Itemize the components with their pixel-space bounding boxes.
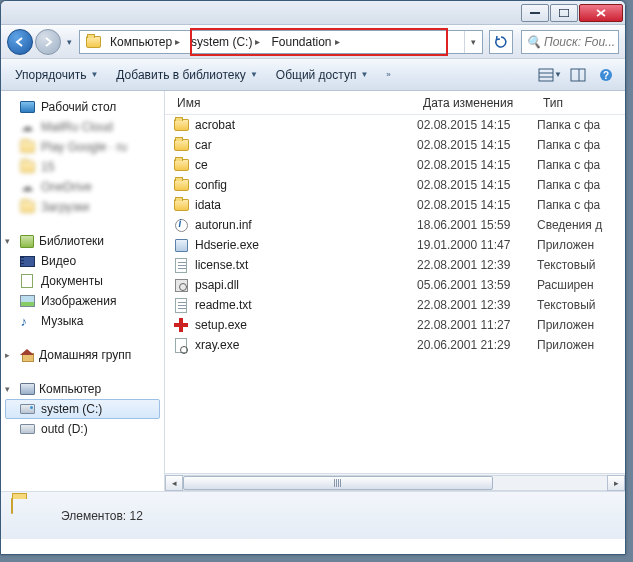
column-date[interactable]: Дата изменения: [417, 91, 537, 114]
file-type: Папка с фа: [537, 198, 600, 212]
file-row[interactable]: acrobat02.08.2015 14:15Папка с фа: [165, 115, 625, 135]
file-row[interactable]: ce02.08.2015 14:15Папка с фа: [165, 155, 625, 175]
scroll-track[interactable]: [183, 475, 607, 491]
column-type[interactable]: Тип: [537, 91, 625, 114]
toolbar: Упорядочить▼ Добавить в библиотеку▼ Общи…: [1, 59, 625, 91]
file-row[interactable]: car02.08.2015 14:15Папка с фа: [165, 135, 625, 155]
file-type: Расширен: [537, 278, 594, 292]
scroll-left-button[interactable]: ◂: [165, 475, 183, 491]
crumb-drive[interactable]: system (C:)▸: [187, 31, 267, 53]
file-row[interactable]: xray.exe20.06.2001 21:29Приложен: [165, 335, 625, 355]
maximize-button[interactable]: [550, 4, 578, 22]
sidebar-item[interactable]: Загрузки: [1, 197, 164, 217]
sidebar-head-computer[interactable]: ▾Компьютер: [1, 379, 164, 399]
desktop-icon: [19, 99, 35, 115]
chevron-down-icon: ▾: [5, 384, 15, 394]
search-box[interactable]: 🔍: [521, 30, 619, 54]
sidebar-item-images[interactable]: Изображения: [1, 291, 164, 311]
sidebar-head-libraries[interactable]: ▾Библиотеки: [1, 231, 164, 251]
sidebar-item-label: Компьютер: [39, 382, 101, 396]
forward-button[interactable]: [35, 29, 61, 55]
file-row[interactable]: config02.08.2015 14:15Папка с фа: [165, 175, 625, 195]
crumb-label: system (C:): [191, 35, 252, 49]
sidebar-item-label: Play Google · ru: [41, 140, 127, 154]
sidebar-item[interactable]: 15: [1, 157, 164, 177]
folder-icon: [19, 159, 35, 175]
toolbtn-label: Упорядочить: [15, 68, 86, 82]
column-label: Имя: [177, 96, 200, 110]
chevron-right-icon: »: [386, 70, 390, 79]
sidebar-item[interactable]: Play Google · ru: [1, 137, 164, 157]
refresh-button[interactable]: [489, 30, 513, 54]
file-row[interactable]: Hdserie.exe19.01.2000 11:47Приложен: [165, 235, 625, 255]
file-date: 02.08.2015 14:15: [417, 178, 537, 192]
folder-icon: [173, 197, 189, 213]
scroll-right-button[interactable]: ▸: [607, 475, 625, 491]
sidebar-item-video[interactable]: Видео: [1, 251, 164, 271]
file-row[interactable]: autorun.inf18.06.2001 15:59Сведения д: [165, 215, 625, 235]
sidebar-item-label: Документы: [41, 274, 103, 288]
file-date: 18.06.2001 15:59: [417, 218, 537, 232]
file-date: 02.08.2015 14:15: [417, 138, 537, 152]
minimize-button[interactable]: [521, 4, 549, 22]
file-date: 02.08.2015 14:15: [417, 158, 537, 172]
sidebar-item[interactable]: ☁OneDrive: [1, 177, 164, 197]
file-date: 22.08.2001 12:39: [417, 298, 537, 312]
view-button[interactable]: ▼: [537, 64, 563, 86]
file-row[interactable]: psapi.dll05.06.2001 13:59Расширен: [165, 275, 625, 295]
sidebar-head-homegroup[interactable]: ▸Домашняя групп: [1, 345, 164, 365]
sidebar-item-documents[interactable]: Документы: [1, 271, 164, 291]
file-row[interactable]: readme.txt22.08.2001 12:39Текстовый: [165, 295, 625, 315]
drive-icon: [19, 421, 35, 437]
crumb-computer[interactable]: Компьютер▸: [106, 31, 187, 53]
sidebar-item-music[interactable]: ♪Музыка: [1, 311, 164, 331]
search-icon: 🔍: [526, 35, 541, 49]
nav-row: ▾ Компьютер▸ system (C:)▸ Foundation▸ ▾ …: [1, 25, 625, 59]
chevron-down-icon: ▼: [250, 70, 258, 79]
drive-icon: [19, 401, 35, 417]
preview-pane-button[interactable]: [565, 64, 591, 86]
addlib-button[interactable]: Добавить в библиотеку▼: [108, 64, 265, 86]
computer-icon: [19, 381, 35, 397]
sidebar-item-drive-c[interactable]: system (C:): [5, 399, 160, 419]
close-button[interactable]: [579, 4, 623, 22]
crumb-folder[interactable]: Foundation▸: [267, 31, 346, 53]
help-button[interactable]: ?: [593, 64, 619, 86]
chevron-right-icon: ▸: [5, 350, 15, 360]
search-input[interactable]: [544, 35, 618, 49]
file-name: idata: [195, 198, 417, 212]
sidebar-item-label: 15: [41, 160, 54, 174]
image-icon: [19, 293, 35, 309]
share-button[interactable]: Общий доступ▼: [268, 64, 377, 86]
inf-icon: [173, 217, 189, 233]
document-icon: [19, 273, 35, 289]
back-button[interactable]: [7, 29, 33, 55]
search-icon: [173, 337, 189, 353]
homegroup-icon: [19, 347, 35, 363]
history-dropdown[interactable]: ▾: [63, 32, 75, 52]
file-row[interactable]: license.txt22.08.2001 12:39Текстовый: [165, 255, 625, 275]
titlebar[interactable]: [1, 1, 625, 25]
more-button[interactable]: »: [378, 66, 398, 83]
column-label: Тип: [543, 96, 563, 110]
svg-text:?: ?: [603, 70, 609, 81]
sidebar-item-drive-d[interactable]: outd (D:): [1, 419, 164, 439]
chevron-down-icon: ▾: [5, 236, 15, 246]
folder-icon: [84, 33, 102, 51]
file-date: 05.06.2001 13:59: [417, 278, 537, 292]
horizontal-scrollbar[interactable]: ◂ ▸: [165, 473, 625, 491]
sidebar-item-label: OneDrive: [41, 180, 92, 194]
organize-button[interactable]: Упорядочить▼: [7, 64, 106, 86]
column-name[interactable]: Имя: [171, 91, 417, 114]
svg-rect-7: [571, 69, 585, 81]
file-row[interactable]: idata02.08.2015 14:15Папка с фа: [165, 195, 625, 215]
address-dropdown[interactable]: ▾: [464, 31, 482, 53]
sidebar-item-label: system (C:): [41, 402, 102, 416]
sidebar-item[interactable]: ☁MailRu Cloud: [1, 117, 164, 137]
sidebar-item-desktop[interactable]: Рабочий стол: [1, 97, 164, 117]
scroll-thumb[interactable]: [183, 476, 493, 490]
file-type: Текстовый: [537, 298, 595, 312]
file-name: car: [195, 138, 417, 152]
address-bar[interactable]: Компьютер▸ system (C:)▸ Foundation▸ ▾: [79, 30, 483, 54]
file-row[interactable]: setup.exe22.08.2001 11:27Приложен: [165, 315, 625, 335]
